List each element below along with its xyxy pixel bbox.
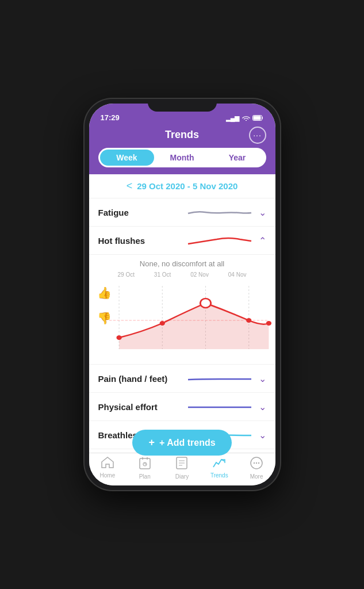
diary-icon (176, 457, 187, 472)
date-nav: < 29 Oct 2020 - 5 Nov 2020 (89, 174, 275, 198)
signal-icon: ▂▄▆ (226, 114, 240, 122)
symptom-chart-fatigue (185, 205, 254, 219)
symptom-label-fatigue: Fatigue (98, 208, 185, 217)
content-area: < 29 Oct 2020 - 5 Nov 2020 Fatigue ⌄ Hot… (89, 174, 275, 453)
date-label-3: 04 Nov (228, 271, 247, 278)
more-icon (250, 457, 263, 472)
phone-screen: 17:29 ▂▄▆ (89, 104, 275, 485)
symptom-row-pain[interactable]: Pain (hand / feet) ⌄ (89, 365, 275, 393)
nav-item-trends[interactable]: Trends (201, 457, 238, 480)
thumbs-up-icon: 👍 (97, 286, 112, 300)
svg-point-10 (246, 318, 251, 323)
phone-frame: 17:29 ▂▄▆ (85, 99, 280, 490)
nav-label-diary: Diary (175, 473, 189, 480)
status-icons: ▂▄▆ (226, 114, 264, 122)
notch (148, 99, 217, 112)
more-options-button[interactable]: ··· (249, 127, 266, 144)
wifi-icon (242, 115, 250, 122)
nav-item-home[interactable]: Home (89, 457, 127, 480)
thumbs-down-icon: 👎 (97, 311, 112, 325)
symptom-label-physical: Physical effort (98, 402, 185, 412)
date-label-2: 02 Nov (190, 271, 209, 278)
trends-icon (213, 457, 225, 471)
chart-date-labels: 29 Oct 31 Oct 02 Nov 04 Nov (89, 271, 275, 278)
add-trends-button[interactable]: + + Add trends (132, 430, 231, 456)
battery-icon (252, 115, 264, 122)
svg-point-7 (116, 335, 121, 340)
symptom-row-physical[interactable]: Physical effort ⌄ (89, 393, 275, 421)
more-dots-icon: ··· (253, 131, 262, 140)
nav-label-plan: Plan (139, 473, 151, 480)
thumb-icons: 👍 👎 (89, 286, 117, 325)
home-icon (101, 457, 114, 471)
nav-item-more[interactable]: More (238, 457, 275, 480)
svg-point-23 (254, 462, 255, 464)
chevron-down-icon-physical: ⌄ (259, 401, 266, 412)
date-label-1: 31 Oct (154, 271, 171, 278)
symptom-label-pain: Pain (hand / feet) (98, 374, 185, 384)
prev-date-arrow[interactable]: < (127, 180, 133, 192)
chart-area: 👍 👎 (89, 280, 275, 355)
svg-point-11 (266, 321, 271, 326)
svg-point-8 (159, 321, 164, 326)
chevron-down-icon-pain: ⌄ (259, 373, 266, 384)
date-range-text: 29 Oct 2020 - 5 Nov 2020 (137, 181, 237, 191)
svg-point-24 (256, 462, 257, 464)
nav-label-trends: Trends (210, 472, 228, 479)
svg-point-9 (200, 299, 211, 308)
tab-week[interactable]: Week (100, 150, 154, 166)
svg-rect-1 (253, 116, 260, 120)
chevron-down-icon-fatigue: ⌄ (259, 207, 266, 218)
tab-year[interactable]: Year (210, 150, 265, 166)
chevron-up-icon-hotflushes: ⌃ (259, 235, 266, 246)
tab-pills: Week Month Year (98, 148, 266, 167)
nav-label-home: Home (100, 472, 116, 479)
symptom-row-fatigue[interactable]: Fatigue ⌄ (89, 198, 275, 227)
date-label-0: 29 Oct (118, 271, 135, 278)
status-time: 17:29 (101, 113, 120, 122)
add-trends-wrapper: + + Add trends (89, 430, 275, 456)
svg-point-25 (258, 462, 259, 464)
symptom-label-hotflushes: Hot flushes (98, 236, 185, 246)
chart-subtitle: None, no discomfort at all (89, 259, 275, 268)
symptom-chart-physical (185, 400, 254, 414)
app-header: Trends ··· (89, 124, 275, 148)
plan-icon (139, 457, 151, 472)
tab-selector: Week Month Year (89, 148, 275, 174)
add-trends-label: + Add trends (159, 438, 216, 448)
nav-label-more: More (250, 473, 263, 480)
chart-expanded: None, no discomfort at all 29 Oct 31 Oct… (89, 255, 275, 365)
bottom-nav: Home Plan (89, 453, 275, 485)
tab-month[interactable]: Month (155, 150, 209, 166)
symptom-chart-hotflushes (185, 234, 254, 247)
nav-item-plan[interactable]: Plan (126, 457, 163, 480)
header-title: Trends (165, 129, 199, 141)
nav-item-diary[interactable]: Diary (163, 457, 201, 480)
plus-icon: + (148, 437, 155, 449)
symptom-chart-pain (185, 372, 254, 385)
symptom-row-hotflushes[interactable]: Hot flushes ⌃ (89, 227, 275, 255)
